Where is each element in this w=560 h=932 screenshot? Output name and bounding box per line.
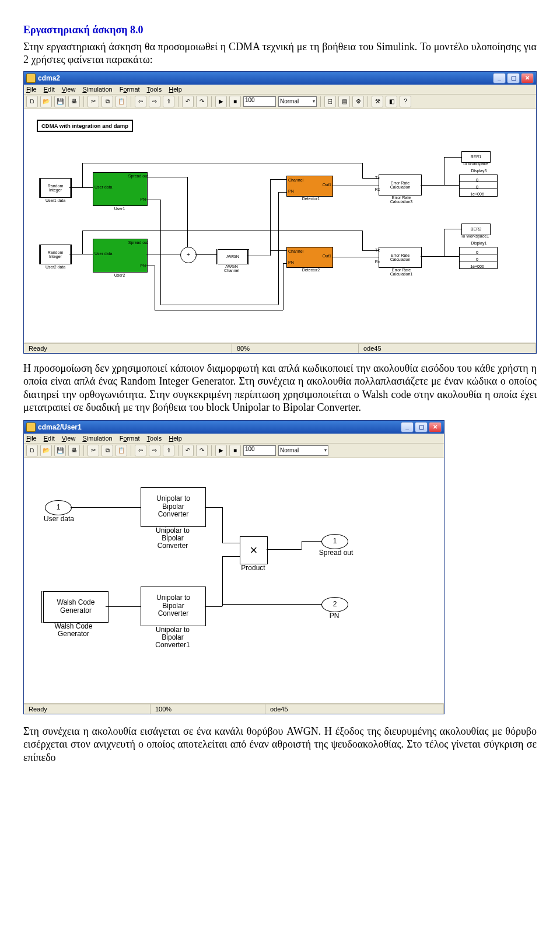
back-icon[interactable]: ⇦ [135, 96, 146, 107]
doc-bottom: Στη συνέχεια η ακολουθία εισάγεται σε έν… [23, 725, 537, 765]
minimize-button[interactable]: _ [493, 73, 506, 83]
lib-icon[interactable]: ⌸ [324, 96, 336, 107]
inport-1[interactable]: 1 [45, 500, 72, 515]
close-button[interactable]: ✕ [521, 73, 534, 83]
up-icon-2[interactable]: ⇧ [163, 445, 174, 456]
outport-2-label: PN [319, 612, 349, 620]
outport-2[interactable]: 2 [321, 597, 348, 612]
titlebar-2[interactable]: cdma2/User1 _ ▢ ✕ [24, 421, 444, 434]
menu2-help[interactable]: Help [169, 435, 182, 442]
menu2-edit[interactable]: Edit [44, 435, 55, 442]
new-icon-2[interactable]: 🗋 [26, 445, 38, 456]
model-canvas[interactable]: CDMA with integration and damp Random In… [24, 109, 536, 343]
open-icon[interactable]: 📂 [40, 96, 52, 107]
stop-time-field-2[interactable]: 100 [243, 445, 276, 456]
menu2-tools[interactable]: Tools [147, 435, 162, 442]
undo-icon[interactable]: ↶ [182, 96, 194, 107]
rtw-icon[interactable]: ◧ [386, 96, 397, 107]
menu-format[interactable]: Format [120, 86, 140, 93]
toolbar: 🗋 📂 💾 🖶 ✂ ⧉ 📋 ⇦ ⇨ ⇧ ↶ ↷ ▶ ■ 100 Normal ⌸… [24, 95, 536, 109]
titlebar[interactable]: cdma2 _ ▢ ✕ [24, 72, 536, 85]
paste-icon-2[interactable]: 📋 [116, 445, 127, 456]
menu2-view[interactable]: View [62, 435, 76, 442]
random-integer-2[interactable]: Random Integer [39, 245, 72, 264]
close-button-2[interactable]: ✕ [429, 422, 442, 432]
cut-icon[interactable]: ✂ [88, 96, 99, 107]
sum-block[interactable]: + [180, 247, 197, 263]
menu-help[interactable]: Help [169, 86, 182, 93]
cut-icon-2[interactable]: ✂ [88, 445, 99, 456]
toworkspace-2-label: To Workspace1 [456, 234, 494, 238]
detector-1[interactable]: Channel Out1 PN [286, 176, 333, 197]
doc-mid: Η προσομοίωση δεν χρησιμοποιεί κάποιον δ… [23, 362, 537, 414]
outport-1-label: Spread out [310, 549, 362, 557]
save-icon-2[interactable]: 💾 [54, 445, 66, 456]
undo-icon-2[interactable]: ↶ [182, 445, 194, 456]
walsh-code[interactable]: Walsh Code Generator [41, 591, 108, 623]
fwd-icon[interactable]: ⇨ [149, 96, 160, 107]
redo-icon-2[interactable]: ↷ [196, 445, 208, 456]
detector-2[interactable]: Channel Out1 PN [286, 247, 333, 268]
play-icon[interactable]: ▶ [215, 96, 227, 107]
display1-label: Display1 [466, 241, 492, 245]
open-icon-2[interactable]: 📂 [40, 445, 52, 456]
up-icon[interactable]: ⇧ [163, 96, 174, 107]
menu2-simulation[interactable]: Simulation [82, 435, 112, 442]
user2-label: User2 [109, 273, 130, 277]
errorrate-1-label: Error Rate Calculation3 [381, 196, 422, 204]
gear-icon[interactable]: ⚙ [352, 96, 364, 107]
awgn-label: AWGN Channel [216, 264, 247, 273]
errorrate-2[interactable]: Error Rate Calculation [379, 247, 422, 268]
model-canvas-2[interactable]: 1 User data Unipolar to Bipolar Converte… [24, 458, 444, 704]
fwd-icon-2[interactable]: ⇨ [149, 445, 160, 456]
ber2-block[interactable]: BER2 [461, 224, 491, 235]
menu-tools[interactable]: Tools [147, 86, 162, 93]
awgn-block[interactable]: AWGN [216, 249, 249, 264]
display3-label: Display3 [466, 169, 492, 173]
stop-time-field[interactable]: 100 [243, 96, 276, 107]
build-icon[interactable]: ⚒ [372, 96, 383, 107]
status-ready-2: Ready [24, 704, 150, 714]
menu-simulation[interactable]: Simulation [82, 86, 112, 93]
print-icon-2[interactable]: 🖶 [68, 445, 80, 456]
mode-combo-2[interactable]: Normal [278, 445, 328, 456]
product-block[interactable]: × [240, 536, 268, 564]
help-icon[interactable]: ? [400, 96, 411, 107]
u2b-bottom[interactable]: Unipolar to Bipolar Converter [141, 587, 206, 626]
save-icon[interactable]: 💾 [54, 96, 66, 107]
stop-icon[interactable]: ■ [229, 96, 241, 107]
print-icon[interactable]: 🖶 [68, 96, 80, 107]
maximize-button[interactable]: ▢ [507, 73, 520, 83]
menu2-format[interactable]: Format [120, 435, 140, 442]
u2b-bottom-label: Unipolar to Bipolar Converter1 [141, 626, 205, 650]
stop-icon-2[interactable]: ■ [229, 445, 241, 456]
back-icon-2[interactable]: ⇦ [135, 445, 146, 456]
menu-edit[interactable]: Edit [44, 86, 55, 93]
copy-icon-2[interactable]: ⧉ [102, 445, 113, 456]
mode-combo[interactable]: Normal [278, 96, 317, 107]
status-solver-2: ode45 [265, 704, 444, 714]
errorrate-1[interactable]: Error Rate Calculation [379, 174, 422, 196]
menu-view[interactable]: View [62, 86, 76, 93]
scope-icon[interactable]: ▤ [338, 96, 350, 107]
status-ready: Ready [24, 344, 232, 353]
minimize-button-2[interactable]: _ [401, 422, 414, 432]
random-integer-1[interactable]: Random Integer [39, 178, 72, 198]
outport-1[interactable]: 1 [321, 534, 348, 549]
new-icon[interactable]: 🗋 [26, 96, 38, 107]
maximize-button-2[interactable]: ▢ [415, 422, 428, 432]
user1-subsystem[interactable]: User data Spread out PN [93, 172, 148, 206]
doc-title: Εργαστηριακή άσκηση 8.0 [23, 24, 143, 36]
play-icon-2[interactable]: ▶ [215, 445, 227, 456]
menu2-file[interactable]: File [26, 435, 37, 442]
simulink-window-cdma2: cdma2 _ ▢ ✕ File Edit View Simulation Fo… [23, 71, 537, 354]
redo-icon[interactable]: ↷ [196, 96, 208, 107]
paste-icon[interactable]: 📋 [116, 96, 127, 107]
menu-file[interactable]: File [26, 86, 37, 93]
window-buttons: _ ▢ ✕ [493, 73, 534, 83]
u2b-top[interactable]: Unipolar to Bipolar Converter [141, 487, 206, 527]
user2-subsystem[interactable]: User data Spread out PN [93, 239, 148, 273]
copy-icon[interactable]: ⧉ [102, 96, 113, 107]
ber1-block[interactable]: BER1 [461, 151, 491, 163]
detector2-label: Detector2 [295, 268, 327, 272]
